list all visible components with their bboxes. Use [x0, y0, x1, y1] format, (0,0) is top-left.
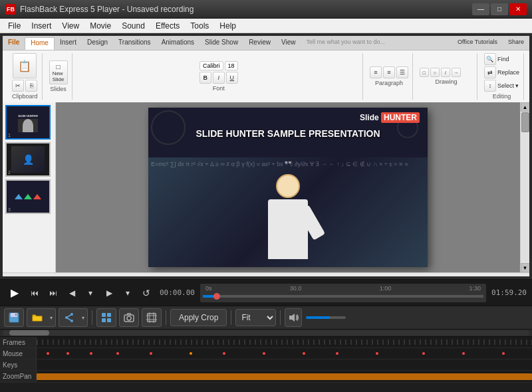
new-slide-btn[interactable]: □ NewSlide — [49, 60, 68, 84]
mark-0s: 0s — [205, 285, 212, 292]
slide-thumb-1[interactable]: SLIDE HUNTER 1 — [5, 105, 51, 140]
play-button[interactable]: ▶ — [5, 284, 24, 302]
select-btn[interactable]: ↕ — [484, 80, 496, 92]
menu-item-insert[interactable]: Insert — [26, 20, 57, 32]
scroll-up-btn[interactable]: ▲ — [521, 102, 530, 112]
svg-point-20 — [127, 316, 131, 320]
find-btn[interactable]: 🔍 — [484, 53, 496, 65]
timeline-track[interactable] — [203, 295, 483, 298]
ppt-tab-view[interactable]: View — [276, 37, 301, 50]
title-text: FlashBack Express 5 Player - Unsaved rec… — [20, 5, 194, 14]
open-dropdown-button[interactable]: ▾ — [47, 308, 56, 327]
font-size[interactable]: 18 — [225, 61, 238, 70]
shape-arrow[interactable]: → — [452, 68, 461, 77]
child-glasses: 👓 — [284, 159, 292, 166]
scroll-thumb[interactable] — [521, 112, 529, 132]
maximize-button[interactable]: □ — [491, 3, 508, 15]
save-button[interactable] — [4, 308, 24, 327]
ppt-tab-animations[interactable]: Animations — [156, 37, 200, 50]
font-name[interactable]: Calibri — [200, 61, 223, 70]
ppt-tab-transitions[interactable]: Transitions — [113, 37, 156, 50]
ppt-tab-file[interactable]: File — [3, 37, 25, 50]
menu-item-tools[interactable]: Tools — [185, 20, 214, 32]
shape-rect[interactable]: □ — [420, 68, 429, 77]
ppt-tab-review[interactable]: Review — [243, 37, 276, 50]
ppt-tab-tutorials[interactable]: Office Tutorials — [452, 37, 503, 50]
frame-fwd-dropdown[interactable]: ▾ — [82, 285, 98, 301]
track-data-keys[interactable] — [37, 359, 532, 370]
share-button-group: ▾ — [59, 308, 88, 327]
menu-item-effects[interactable]: Effects — [150, 20, 185, 32]
svg-rect-18 — [107, 318, 111, 322]
svg-rect-9 — [15, 314, 17, 316]
paste-btn[interactable]: 📋 — [13, 53, 37, 78]
ppt-scrollbar: ▲ ▼ — [520, 102, 529, 272]
slide-logo: Slide HUNTER — [360, 113, 420, 122]
track-label-keys: Keys — [0, 359, 37, 370]
menu-item-movie[interactable]: Movie — [84, 20, 116, 32]
timeline-container[interactable]: 0s 30.0 1:00 1:30 — [200, 284, 486, 302]
ppt-tab-insert[interactable]: Insert — [55, 37, 82, 50]
shape-oval[interactable]: ○ — [430, 68, 440, 77]
slide-thumb-3[interactable]: 3 — [5, 179, 51, 214]
volume-button[interactable] — [285, 308, 302, 327]
slide-thumb-2[interactable]: 👤 2 — [5, 142, 51, 177]
frame-back-button[interactable]: ◀ — [64, 285, 80, 301]
menu-item-view[interactable]: View — [57, 20, 84, 32]
open-button[interactable] — [27, 308, 47, 327]
export-button[interactable] — [96, 308, 116, 327]
close-button[interactable]: ✕ — [509, 3, 527, 15]
align-center-btn[interactable]: ≡ — [383, 66, 395, 78]
mark-1m: 1:00 — [380, 285, 392, 292]
bullet-btn[interactable]: ☰ — [396, 66, 408, 78]
frame-forward-button[interactable]: ▶ — [101, 285, 117, 301]
replace-label: Replace — [497, 69, 519, 76]
track-data-mouse[interactable] — [37, 348, 532, 359]
replace-btn[interactable]: ⇄ — [484, 66, 496, 78]
share-button[interactable] — [59, 308, 78, 327]
slide-panel: SLIDE HUNTER 1 👤 2 — [3, 102, 56, 272]
hscroll-track[interactable] — [3, 330, 529, 336]
ppt-comments-btn[interactable]: 💬 Comments — [74, 276, 112, 277]
crop-button[interactable] — [142, 308, 162, 327]
ppt-view-outline[interactable]: ≡ — [487, 276, 491, 277]
copy-btn[interactable]: ⎘ — [25, 80, 37, 92]
align-left-btn[interactable]: ≡ — [370, 66, 382, 78]
ppt-search-box[interactable]: Tell me what you want to do... — [301, 37, 452, 50]
frame-fwd2-dropdown[interactable]: ▾ — [120, 285, 136, 301]
track-data-frames[interactable] — [37, 337, 532, 347]
apply-crop-button[interactable]: Apply Crop — [170, 309, 227, 326]
ppt-tab-slideshow[interactable]: Slide Show — [200, 37, 243, 50]
child-arm — [297, 205, 325, 240]
scroll-down-btn[interactable]: ▼ — [521, 263, 530, 272]
underline-btn[interactable]: U — [226, 72, 238, 84]
ppt-view-normal[interactable]: ▣ — [476, 276, 482, 277]
loop-button[interactable]: ↺ — [138, 285, 154, 301]
ppt-tab-share[interactable]: Share — [503, 37, 529, 50]
bold-btn[interactable]: B — [200, 72, 211, 84]
cut-btn[interactable]: ✂ — [12, 80, 24, 92]
minimize-button[interactable]: — — [472, 3, 489, 15]
menu-item-help[interactable]: Help — [214, 20, 241, 32]
hscroll-thumb[interactable] — [9, 330, 49, 336]
ppt-view-slide[interactable]: ⊞ — [496, 276, 501, 277]
shape-line[interactable]: / — [441, 68, 450, 77]
ppt-tab-home[interactable]: Home — [25, 37, 55, 50]
volume-slider[interactable] — [306, 316, 346, 319]
camera-icon — [124, 312, 134, 323]
timeline-thumb[interactable] — [213, 293, 220, 300]
menu-item-sound[interactable]: Sound — [116, 20, 150, 32]
goto-end-button[interactable]: ⏭ — [45, 285, 61, 301]
track-data-zoompan[interactable] — [37, 371, 532, 382]
volume-icon — [288, 312, 299, 323]
menu-item-file[interactable]: File — [3, 20, 26, 32]
ppt-notes-btn[interactable]: ✎ Notes — [46, 276, 68, 277]
share-dropdown-button[interactable]: ▾ — [78, 308, 88, 327]
window-controls: — □ ✕ — [472, 3, 527, 15]
ppt-container: File Home Insert Design Transitions Anim… — [3, 36, 529, 276]
italic-btn[interactable]: I — [213, 72, 225, 84]
goto-start-button[interactable]: ⏮ — [27, 285, 43, 301]
ppt-tab-design[interactable]: Design — [82, 37, 113, 50]
screenshot-button[interactable] — [119, 308, 139, 327]
fit-select[interactable]: Fit 50% 75% 100% 125% 150% — [235, 309, 276, 326]
